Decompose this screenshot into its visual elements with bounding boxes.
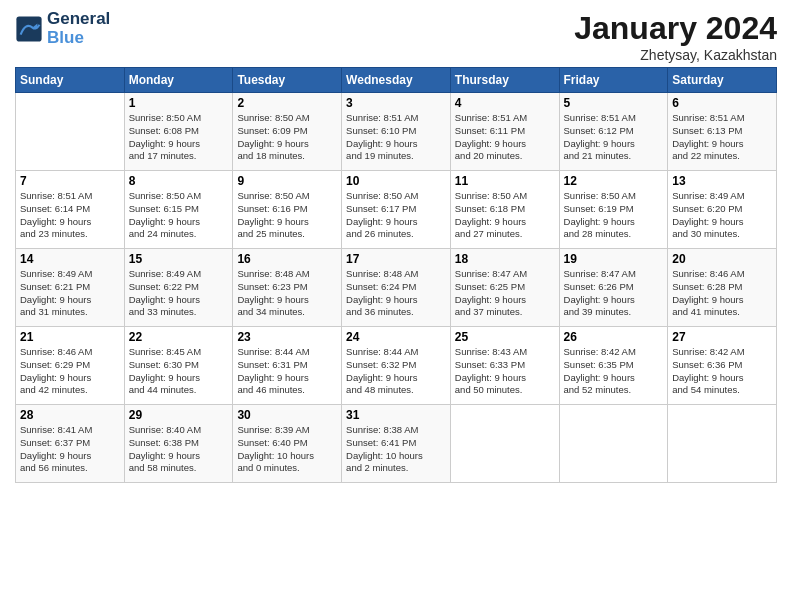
calendar-cell [16, 93, 125, 171]
day-info: Sunrise: 8:46 AM Sunset: 6:29 PM Dayligh… [20, 346, 120, 397]
day-number: 12 [564, 174, 664, 188]
day-info: Sunrise: 8:50 AM Sunset: 6:08 PM Dayligh… [129, 112, 229, 163]
day-info: Sunrise: 8:49 AM Sunset: 6:20 PM Dayligh… [672, 190, 772, 241]
calendar-cell: 8Sunrise: 8:50 AM Sunset: 6:15 PM Daylig… [124, 171, 233, 249]
calendar-cell: 6Sunrise: 8:51 AM Sunset: 6:13 PM Daylig… [668, 93, 777, 171]
calendar-cell: 25Sunrise: 8:43 AM Sunset: 6:33 PM Dayli… [450, 327, 559, 405]
weekday-header-wednesday: Wednesday [342, 68, 451, 93]
day-info: Sunrise: 8:47 AM Sunset: 6:26 PM Dayligh… [564, 268, 664, 319]
day-info: Sunrise: 8:51 AM Sunset: 6:14 PM Dayligh… [20, 190, 120, 241]
weekday-header-row: SundayMondayTuesdayWednesdayThursdayFrid… [16, 68, 777, 93]
logo-text: General Blue [47, 10, 110, 47]
logo-icon [15, 15, 43, 43]
title-block: January 2024 Zhetysay, Kazakhstan [574, 10, 777, 63]
calendar-cell: 5Sunrise: 8:51 AM Sunset: 6:12 PM Daylig… [559, 93, 668, 171]
weekday-header-tuesday: Tuesday [233, 68, 342, 93]
calendar-week-1: 1Sunrise: 8:50 AM Sunset: 6:08 PM Daylig… [16, 93, 777, 171]
day-info: Sunrise: 8:51 AM Sunset: 6:10 PM Dayligh… [346, 112, 446, 163]
calendar-cell: 10Sunrise: 8:50 AM Sunset: 6:17 PM Dayli… [342, 171, 451, 249]
calendar-cell [450, 405, 559, 483]
calendar-cell: 28Sunrise: 8:41 AM Sunset: 6:37 PM Dayli… [16, 405, 125, 483]
day-info: Sunrise: 8:50 AM Sunset: 6:19 PM Dayligh… [564, 190, 664, 241]
day-number: 18 [455, 252, 555, 266]
calendar-cell: 24Sunrise: 8:44 AM Sunset: 6:32 PM Dayli… [342, 327, 451, 405]
calendar-cell [559, 405, 668, 483]
day-info: Sunrise: 8:43 AM Sunset: 6:33 PM Dayligh… [455, 346, 555, 397]
weekday-header-saturday: Saturday [668, 68, 777, 93]
day-number: 16 [237, 252, 337, 266]
day-number: 28 [20, 408, 120, 422]
day-info: Sunrise: 8:44 AM Sunset: 6:31 PM Dayligh… [237, 346, 337, 397]
day-number: 23 [237, 330, 337, 344]
page-container: General Blue January 2024 Zhetysay, Kaza… [0, 0, 792, 493]
calendar-cell: 21Sunrise: 8:46 AM Sunset: 6:29 PM Dayli… [16, 327, 125, 405]
day-info: Sunrise: 8:47 AM Sunset: 6:25 PM Dayligh… [455, 268, 555, 319]
calendar-cell: 27Sunrise: 8:42 AM Sunset: 6:36 PM Dayli… [668, 327, 777, 405]
day-number: 3 [346, 96, 446, 110]
day-info: Sunrise: 8:49 AM Sunset: 6:22 PM Dayligh… [129, 268, 229, 319]
day-number: 26 [564, 330, 664, 344]
calendar-week-5: 28Sunrise: 8:41 AM Sunset: 6:37 PM Dayli… [16, 405, 777, 483]
calendar-cell: 31Sunrise: 8:38 AM Sunset: 6:41 PM Dayli… [342, 405, 451, 483]
day-info: Sunrise: 8:45 AM Sunset: 6:30 PM Dayligh… [129, 346, 229, 397]
calendar-cell: 7Sunrise: 8:51 AM Sunset: 6:14 PM Daylig… [16, 171, 125, 249]
day-number: 24 [346, 330, 446, 344]
day-number: 8 [129, 174, 229, 188]
day-info: Sunrise: 8:48 AM Sunset: 6:23 PM Dayligh… [237, 268, 337, 319]
calendar-cell: 30Sunrise: 8:39 AM Sunset: 6:40 PM Dayli… [233, 405, 342, 483]
day-number: 9 [237, 174, 337, 188]
calendar-cell: 9Sunrise: 8:50 AM Sunset: 6:16 PM Daylig… [233, 171, 342, 249]
calendar-cell: 23Sunrise: 8:44 AM Sunset: 6:31 PM Dayli… [233, 327, 342, 405]
calendar-cell: 20Sunrise: 8:46 AM Sunset: 6:28 PM Dayli… [668, 249, 777, 327]
day-number: 13 [672, 174, 772, 188]
day-info: Sunrise: 8:51 AM Sunset: 6:11 PM Dayligh… [455, 112, 555, 163]
day-number: 14 [20, 252, 120, 266]
calendar-cell: 19Sunrise: 8:47 AM Sunset: 6:26 PM Dayli… [559, 249, 668, 327]
day-info: Sunrise: 8:42 AM Sunset: 6:35 PM Dayligh… [564, 346, 664, 397]
day-info: Sunrise: 8:39 AM Sunset: 6:40 PM Dayligh… [237, 424, 337, 475]
day-info: Sunrise: 8:42 AM Sunset: 6:36 PM Dayligh… [672, 346, 772, 397]
day-info: Sunrise: 8:46 AM Sunset: 6:28 PM Dayligh… [672, 268, 772, 319]
calendar-week-2: 7Sunrise: 8:51 AM Sunset: 6:14 PM Daylig… [16, 171, 777, 249]
calendar-cell: 16Sunrise: 8:48 AM Sunset: 6:23 PM Dayli… [233, 249, 342, 327]
day-number: 1 [129, 96, 229, 110]
weekday-header-sunday: Sunday [16, 68, 125, 93]
day-number: 15 [129, 252, 229, 266]
day-info: Sunrise: 8:50 AM Sunset: 6:17 PM Dayligh… [346, 190, 446, 241]
calendar-cell: 15Sunrise: 8:49 AM Sunset: 6:22 PM Dayli… [124, 249, 233, 327]
calendar-cell: 22Sunrise: 8:45 AM Sunset: 6:30 PM Dayli… [124, 327, 233, 405]
day-number: 20 [672, 252, 772, 266]
day-number: 29 [129, 408, 229, 422]
day-info: Sunrise: 8:48 AM Sunset: 6:24 PM Dayligh… [346, 268, 446, 319]
calendar-cell: 1Sunrise: 8:50 AM Sunset: 6:08 PM Daylig… [124, 93, 233, 171]
day-info: Sunrise: 8:50 AM Sunset: 6:15 PM Dayligh… [129, 190, 229, 241]
calendar-cell: 13Sunrise: 8:49 AM Sunset: 6:20 PM Dayli… [668, 171, 777, 249]
day-number: 27 [672, 330, 772, 344]
calendar-cell: 11Sunrise: 8:50 AM Sunset: 6:18 PM Dayli… [450, 171, 559, 249]
day-info: Sunrise: 8:51 AM Sunset: 6:13 PM Dayligh… [672, 112, 772, 163]
day-number: 7 [20, 174, 120, 188]
day-info: Sunrise: 8:50 AM Sunset: 6:16 PM Dayligh… [237, 190, 337, 241]
day-number: 31 [346, 408, 446, 422]
day-info: Sunrise: 8:50 AM Sunset: 6:09 PM Dayligh… [237, 112, 337, 163]
day-number: 2 [237, 96, 337, 110]
month-title: January 2024 [574, 10, 777, 47]
calendar-cell: 2Sunrise: 8:50 AM Sunset: 6:09 PM Daylig… [233, 93, 342, 171]
calendar-table: SundayMondayTuesdayWednesdayThursdayFrid… [15, 67, 777, 483]
day-number: 22 [129, 330, 229, 344]
calendar-cell: 3Sunrise: 8:51 AM Sunset: 6:10 PM Daylig… [342, 93, 451, 171]
weekday-header-thursday: Thursday [450, 68, 559, 93]
day-info: Sunrise: 8:50 AM Sunset: 6:18 PM Dayligh… [455, 190, 555, 241]
day-number: 10 [346, 174, 446, 188]
logo: General Blue [15, 10, 110, 47]
calendar-cell: 26Sunrise: 8:42 AM Sunset: 6:35 PM Dayli… [559, 327, 668, 405]
day-number: 17 [346, 252, 446, 266]
day-info: Sunrise: 8:51 AM Sunset: 6:12 PM Dayligh… [564, 112, 664, 163]
calendar-cell: 4Sunrise: 8:51 AM Sunset: 6:11 PM Daylig… [450, 93, 559, 171]
header: General Blue January 2024 Zhetysay, Kaza… [15, 10, 777, 63]
day-number: 11 [455, 174, 555, 188]
calendar-cell: 29Sunrise: 8:40 AM Sunset: 6:38 PM Dayli… [124, 405, 233, 483]
calendar-week-3: 14Sunrise: 8:49 AM Sunset: 6:21 PM Dayli… [16, 249, 777, 327]
location-subtitle: Zhetysay, Kazakhstan [574, 47, 777, 63]
day-info: Sunrise: 8:41 AM Sunset: 6:37 PM Dayligh… [20, 424, 120, 475]
